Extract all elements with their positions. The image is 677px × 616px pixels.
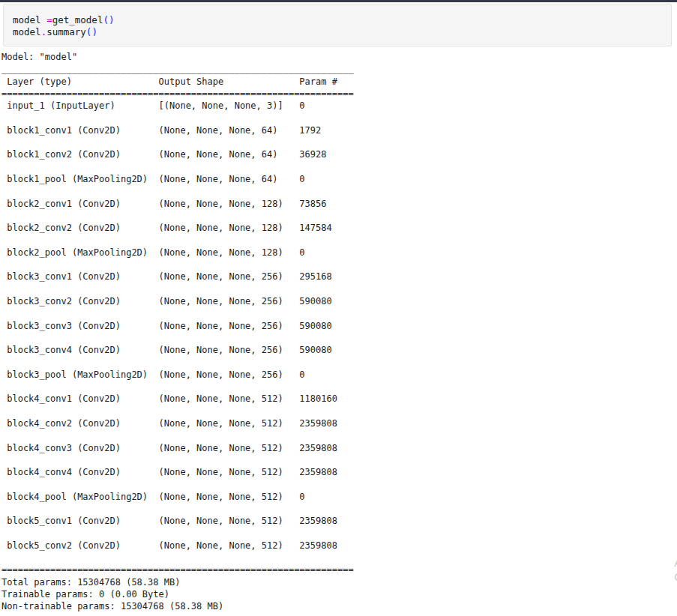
code-token-operator: =: [46, 14, 52, 25]
code-token-identifier: model: [13, 14, 46, 25]
watermark-letter: C: [674, 570, 677, 584]
code-line: model.summary(): [13, 26, 662, 38]
code-line: model =get_model(): [13, 14, 662, 26]
notebook-code-cell[interactable]: model =get_model()model.summary(): [3, 4, 672, 46]
code-token-bracket: (): [103, 14, 114, 25]
summary-output: Model: "model" _________________________…: [1, 51, 354, 613]
window-top-bar: [0, 0, 677, 2]
code-token-identifier: model: [13, 26, 41, 37]
code-token-identifier: get_model: [52, 14, 103, 25]
code-token-bracket: (): [86, 26, 97, 37]
watermark-letter: A: [674, 555, 677, 570]
code-token-identifier: summary: [46, 26, 86, 37]
code-lines[interactable]: model =get_model()model.summary(): [13, 14, 662, 38]
watermark-letters: AC: [674, 555, 677, 584]
